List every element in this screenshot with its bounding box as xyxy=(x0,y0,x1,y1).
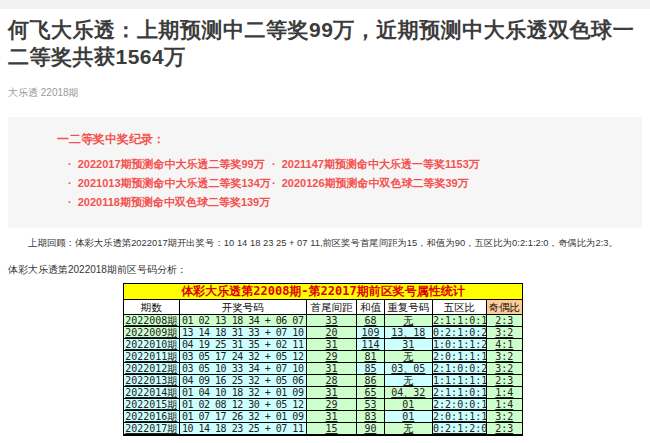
table-header-row: 期数 开奖号码 首尾间距 和值 重复号码 五区比 奇偶比 xyxy=(124,300,523,315)
analysis-lead: 体彩大乐透第2022018期前区号码分析： xyxy=(8,263,187,277)
table-cell: 2022016期 xyxy=(124,411,180,423)
table-cell: 01 04 10 18 32 + 01 09 xyxy=(179,387,306,399)
table-cell: 03 05 10 33 34 + 07 10 xyxy=(179,363,306,375)
record-item: 2021147期预测命中大乐透一等奖1153万 xyxy=(272,155,480,174)
table-cell: 2:3 xyxy=(486,315,522,327)
table-cell: 29 xyxy=(306,351,357,363)
record-item: 2022017期预测命中大乐透二等奖99万 xyxy=(68,155,271,174)
records-left-column: 2022017期预测命中大乐透二等奖99万 2021013期预测命中大乐透二等奖… xyxy=(68,155,271,212)
table-cell: 2022013期 xyxy=(124,375,180,387)
col-header-odd-even: 奇偶比 xyxy=(486,300,522,315)
table-cell: 29 xyxy=(306,399,357,411)
table-cell: 2:2:0:0:1 xyxy=(433,399,487,411)
table-cell: 01 02 13 18 34 + 06 07 xyxy=(179,315,306,327)
table-cell: 28 xyxy=(306,375,357,387)
table-cell: 2:0:1:1:1 xyxy=(433,351,487,363)
table-cell: 1:4 xyxy=(486,399,522,411)
table-cell: 1:4 xyxy=(486,387,522,399)
table-cell: 31 xyxy=(306,411,357,423)
table-cell: 2:0:1:1:1 xyxy=(433,411,487,423)
table-cell: 2022010期 xyxy=(124,339,180,351)
table-cell: 0:2:1:2:0 xyxy=(433,423,487,436)
table-cell: 03、05 xyxy=(384,363,432,375)
previous-draw-review: 上期回顾：体彩大乐透第2022017期开出奖号：10 14 18 23 25 +… xyxy=(28,237,644,250)
table-cell: 3:2 xyxy=(486,411,522,423)
table-title-row: 体彩大乐透第22008期-第22017期前区奖号属性统计 xyxy=(124,284,523,300)
table-cell: 31 xyxy=(306,387,357,399)
table-cell: 2:1:1:0:1 xyxy=(433,387,487,399)
table-cell: 4:1 xyxy=(486,339,522,351)
page-top-strip xyxy=(0,0,650,9)
table-cell: 65 xyxy=(357,387,384,399)
col-header-sum: 和值 xyxy=(357,300,384,315)
table-cell: 13 14 18 31 33 + 07 10 xyxy=(179,327,306,339)
table-row: 2022010期04 19 25 31 35 + 02 1131114311:0… xyxy=(124,339,523,351)
table-cell: 33 xyxy=(306,315,357,327)
records-heading: 一二等奖中奖纪录： xyxy=(57,131,165,148)
col-header-span: 首尾间距 xyxy=(306,300,357,315)
table-cell: 2022011期 xyxy=(124,351,180,363)
table-cell: 1:1:1:1:1 xyxy=(433,375,487,387)
table-cell: 01 02 08 12 30 + 05 12 xyxy=(179,399,306,411)
record-item: 2021013期预测命中大乐透二等奖134万 xyxy=(68,174,271,193)
table-cell: 13、18 xyxy=(384,327,432,339)
table-cell: 01 07 17 26 32 + 01 09 xyxy=(179,411,306,423)
col-header-numbers: 开奖号码 xyxy=(179,300,306,315)
table-cell: 31 xyxy=(384,339,432,351)
table-row: 2022011期03 05 17 24 32 + 05 122981无2:0:1… xyxy=(124,351,523,363)
table-cell: 03 05 17 24 32 + 05 12 xyxy=(179,351,306,363)
table-cell: 15 xyxy=(306,423,357,436)
table-cell: 无 xyxy=(384,315,432,327)
table-cell: 01 xyxy=(384,399,432,411)
table-cell: 86 xyxy=(357,375,384,387)
table-cell: 2022012期 xyxy=(124,363,180,375)
table-cell: 83 xyxy=(357,411,384,423)
article-title: 何飞大乐透：上期预测中二等奖99万，近期预测中大乐透双色球一二等奖共获1564万 xyxy=(8,16,644,70)
article-subtitle: 大乐透 22018期 xyxy=(8,86,79,100)
table-cell: 109 xyxy=(357,327,384,339)
table-cell: 1:0:1:1:2 xyxy=(433,339,487,351)
col-header-issue: 期数 xyxy=(124,300,180,315)
table-cell: 无 xyxy=(384,423,432,436)
analysis-table-body: 2022008期01 02 13 18 34 + 06 073368无2:1:1… xyxy=(124,315,523,436)
table-title: 体彩大乐透第22008期-第22017期前区奖号属性统计 xyxy=(124,284,523,300)
record-item: 2020126期预测命中双色球二等奖39万 xyxy=(272,174,480,193)
table-cell: 31 xyxy=(306,363,357,375)
records-right-column: 2021147期预测命中大乐透一等奖1153万 2020126期预测命中双色球二… xyxy=(272,155,480,193)
table-cell: 2022009期 xyxy=(124,327,180,339)
table-cell: 31 xyxy=(306,339,357,351)
col-header-repeats: 重复号码 xyxy=(384,300,432,315)
table-cell: 无 xyxy=(384,375,432,387)
table-cell: 53 xyxy=(357,399,384,411)
table-cell: 04、32 xyxy=(384,387,432,399)
table-row: 2022013期04 09 16 25 32 + 05 062886无1:1:1… xyxy=(124,375,523,387)
table-cell: 2022015期 xyxy=(124,399,180,411)
table-cell: 2:3 xyxy=(486,423,522,436)
table-row: 2022015期01 02 08 12 30 + 05 122953012:2:… xyxy=(124,399,523,411)
table-row: 2022008期01 02 13 18 34 + 06 073368无2:1:1… xyxy=(124,315,523,327)
table-row: 2022017期10 14 18 23 25 + 07 111590无0:2:1… xyxy=(124,423,523,436)
table-cell: 无 xyxy=(384,351,432,363)
table-row: 2022009期13 14 18 31 33 + 07 102010913、18… xyxy=(124,327,523,339)
table-cell: 2022014期 xyxy=(124,387,180,399)
table-row: 2022014期01 04 10 18 32 + 01 09316504、322… xyxy=(124,387,523,399)
table-cell: 2:3 xyxy=(486,375,522,387)
table-cell: 01 xyxy=(384,411,432,423)
table-cell: 3:2 xyxy=(486,327,522,339)
table-cell: 114 xyxy=(357,339,384,351)
col-header-zone-ratio: 五区比 xyxy=(433,300,487,315)
table-cell: 2022008期 xyxy=(124,315,180,327)
table-cell: 3:2 xyxy=(486,351,522,363)
table-cell: 04 19 25 31 35 + 02 11 xyxy=(179,339,306,351)
table-cell: 2:1:0:0:2 xyxy=(433,363,487,375)
front-zone-stats-table: 体彩大乐透第22008期-第22017期前区奖号属性统计 期数 开奖号码 首尾间… xyxy=(123,283,523,436)
table-cell: 2022017期 xyxy=(124,423,180,436)
table-cell: 85 xyxy=(357,363,384,375)
table-cell: 90 xyxy=(357,423,384,436)
table-cell: 0:2:1:0:2 xyxy=(433,327,487,339)
table-cell: 10 14 18 23 25 + 07 11 xyxy=(179,423,306,436)
record-item: 2020118期预测命中双色球二等奖139万 xyxy=(68,193,271,212)
table-row: 2022016期01 07 17 26 32 + 01 093183012:0:… xyxy=(124,411,523,423)
table-row: 2022012期03 05 10 33 34 + 07 10318503、052… xyxy=(124,363,523,375)
table-cell: 04 09 16 25 32 + 05 06 xyxy=(179,375,306,387)
